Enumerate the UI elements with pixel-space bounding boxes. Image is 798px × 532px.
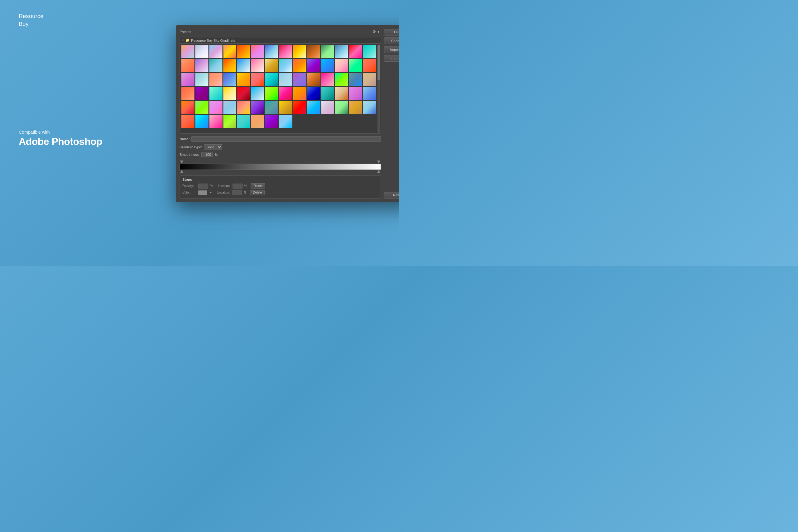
opacity-delete-button[interactable]: Delete (251, 183, 265, 189)
gradient-cell[interactable] (237, 45, 250, 58)
gradient-cell[interactable] (335, 101, 348, 114)
gradient-cell[interactable] (335, 87, 348, 100)
gradient-cell[interactable] (335, 59, 348, 72)
gradient-cell[interactable] (321, 87, 335, 100)
gradient-type-select[interactable]: Solid Noise (204, 144, 222, 150)
gradient-bar[interactable] (179, 164, 381, 170)
import-button[interactable]: Import... (384, 46, 399, 53)
gradient-cell[interactable] (321, 45, 335, 58)
gradient-cell[interactable] (293, 87, 306, 100)
gradient-grid[interactable] (180, 44, 381, 129)
color-location-input[interactable] (232, 190, 242, 195)
gradient-cell[interactable] (237, 115, 250, 128)
gradient-cell[interactable] (251, 59, 264, 72)
scrollbar-thumb[interactable] (378, 45, 380, 80)
gradient-cell[interactable] (223, 59, 236, 72)
gradient-cell[interactable] (349, 45, 362, 58)
gradient-cell[interactable] (293, 101, 306, 114)
new-button[interactable]: New (384, 192, 399, 198)
gradient-cell[interactable] (349, 73, 362, 86)
gradient-cell[interactable] (307, 45, 320, 58)
color-dropdown-icon[interactable]: ▼ (209, 191, 212, 194)
gradient-cell[interactable] (195, 59, 209, 72)
gradient-cell[interactable] (209, 87, 223, 100)
gradient-cell[interactable] (195, 115, 209, 128)
gradient-cell[interactable] (181, 59, 194, 72)
gradient-cell[interactable] (363, 101, 376, 114)
gradient-cell[interactable] (363, 87, 376, 100)
gradient-cell[interactable] (279, 115, 292, 128)
gradient-cell[interactable] (293, 59, 306, 72)
gradient-cell[interactable] (251, 87, 264, 100)
color-preview[interactable] (198, 190, 207, 195)
handle-bottom-left[interactable] (180, 170, 183, 173)
gradient-cell[interactable] (307, 73, 320, 86)
gradient-cell[interactable] (335, 45, 348, 58)
gradient-cell[interactable] (265, 59, 278, 72)
handle-bottom-right[interactable] (377, 170, 380, 173)
gradient-cell[interactable] (251, 45, 264, 58)
cancel-button[interactable]: Cancel (384, 37, 399, 44)
gradient-cell[interactable] (237, 101, 250, 114)
gradient-cell[interactable] (181, 45, 194, 58)
gradient-cell[interactable] (349, 101, 362, 114)
gradient-cell[interactable] (195, 87, 209, 100)
gradient-cell[interactable] (307, 87, 320, 100)
handle-top-right[interactable] (377, 160, 380, 164)
gradient-cell[interactable] (181, 115, 194, 128)
gradient-cell[interactable] (279, 73, 292, 86)
scrollbar[interactable] (378, 45, 380, 133)
gradient-cell[interactable] (321, 73, 335, 86)
gradient-cell[interactable] (237, 87, 250, 100)
gradient-cell[interactable] (209, 73, 223, 86)
gradient-cell[interactable] (209, 101, 223, 114)
gradient-cell[interactable] (181, 87, 194, 100)
gradient-cell[interactable] (251, 73, 264, 86)
gradient-cell[interactable] (293, 45, 306, 58)
gradient-cell[interactable] (181, 73, 194, 86)
color-delete-button[interactable]: Delete (250, 190, 265, 195)
gradient-cell[interactable] (265, 87, 278, 100)
presets-panel[interactable]: ▼ 📁 Resource Boy Sky Gradinets (179, 37, 381, 134)
gradient-cell[interactable] (279, 45, 292, 58)
gradient-cell[interactable] (321, 101, 335, 114)
gradient-cell[interactable] (265, 115, 278, 128)
gradient-cell[interactable] (195, 101, 209, 114)
gradient-cell[interactable] (279, 87, 292, 100)
gradient-cell[interactable] (363, 59, 376, 72)
gradient-cell[interactable] (265, 101, 278, 114)
gradient-cell[interactable] (307, 59, 320, 72)
gradient-cell[interactable] (307, 101, 320, 114)
opacity-location-input[interactable] (232, 184, 243, 189)
gradient-cell[interactable] (223, 87, 236, 100)
gradient-cell[interactable] (279, 59, 292, 72)
gradient-cell[interactable] (223, 73, 236, 86)
gradient-cell[interactable] (293, 73, 306, 86)
gradient-cell[interactable] (349, 59, 362, 72)
gradient-cell[interactable] (279, 101, 292, 114)
gradient-cell[interactable] (363, 73, 376, 86)
gradient-cell[interactable] (209, 115, 223, 128)
gradient-cell[interactable] (209, 45, 223, 58)
gradient-cell[interactable] (335, 73, 348, 86)
gradient-cell[interactable] (195, 73, 209, 86)
export-button[interactable]: Export... (384, 55, 399, 62)
smoothness-input[interactable] (202, 152, 213, 157)
ok-button[interactable]: OK (384, 29, 399, 36)
gradient-cell[interactable] (265, 45, 278, 58)
name-input[interactable] (191, 136, 381, 142)
gradient-cell[interactable] (237, 59, 250, 72)
opacity-input[interactable] (198, 184, 208, 189)
gradient-cell[interactable] (223, 101, 236, 114)
gradient-cell[interactable] (181, 101, 194, 114)
gradient-cell[interactable] (251, 101, 264, 114)
gradient-cell[interactable] (237, 73, 250, 86)
gear-button[interactable]: ⚙ ▾ (371, 29, 381, 35)
gradient-cell[interactable] (251, 115, 264, 128)
gradient-cell[interactable] (223, 45, 236, 58)
gradient-cell[interactable] (349, 87, 362, 100)
gradient-cell[interactable] (321, 59, 335, 72)
gradient-cell[interactable] (363, 45, 376, 58)
handle-top-left[interactable] (180, 160, 183, 164)
gradient-cell[interactable] (195, 45, 209, 58)
